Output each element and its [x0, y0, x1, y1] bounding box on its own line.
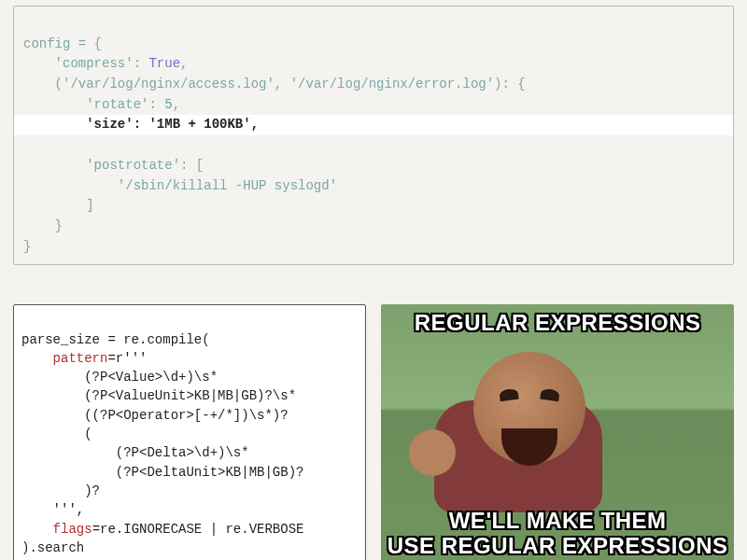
code-line: (?P<DeltaUnit>KB|MB|GB)?	[21, 465, 303, 480]
code-line: }	[23, 239, 31, 254]
meme-bottom-line2: USE REGULAR EXPRESSIONS	[388, 533, 728, 558]
meme-bottom-line1: WE'LL MAKE THEM	[449, 508, 667, 533]
meme-top-text: REGULAR EXPRESSIONS	[381, 310, 734, 336]
code-line: )?	[21, 483, 100, 498]
code-line: 'postrotate': [	[23, 158, 204, 173]
code-line: (?P<Delta>\d+)\s*	[21, 445, 249, 460]
meme-image: REGULAR EXPRESSIONS WE'LL MAKE THEM USE …	[381, 304, 734, 560]
config-code-block: config = { 'compress': True, ('/var/log/…	[13, 6, 734, 265]
code-line: (?P<Value>\d+)\s*	[21, 370, 218, 385]
code-line: 'rotate': 5,	[23, 97, 180, 112]
regex-code-block: parse_size = re.compile( pattern=r''' (?…	[13, 304, 366, 560]
code-line: config = {	[23, 36, 102, 51]
meme-bottom-text: WE'LL MAKE THEM USE REGULAR EXPRESSIONS	[381, 509, 734, 558]
meme-fist-shape	[409, 429, 456, 476]
code-line: flags=re.IGNORECASE | re.VERBOSE	[21, 522, 303, 537]
code-line: 'compress': True,	[23, 56, 188, 71]
code-line: ]	[23, 198, 94, 213]
code-line: '/sbin/killall -HUP syslogd'	[23, 178, 337, 193]
code-line-highlighted: 'size': '1MB + 100KB',	[14, 115, 733, 135]
code-line: ''',	[21, 502, 84, 517]
meme-face-shape	[473, 352, 585, 464]
meme-mouth-shape	[501, 428, 557, 466]
code-line: (?P<ValueUnit>KB|MB|GB)?\s*	[21, 388, 296, 403]
code-line: ((?P<Operator>[-+/*])\s*)?	[21, 408, 289, 423]
code-line: }	[23, 218, 63, 233]
code-line: pattern=r'''	[21, 351, 147, 366]
bottom-row: parse_size = re.compile( pattern=r''' (?…	[13, 304, 734, 560]
code-line: ('/var/log/nginx/access.log', '/var/log/…	[23, 77, 526, 91]
code-line: parse_size = re.compile(	[21, 332, 210, 347]
code-line: ).search	[21, 540, 84, 555]
code-line: (	[21, 427, 92, 441]
